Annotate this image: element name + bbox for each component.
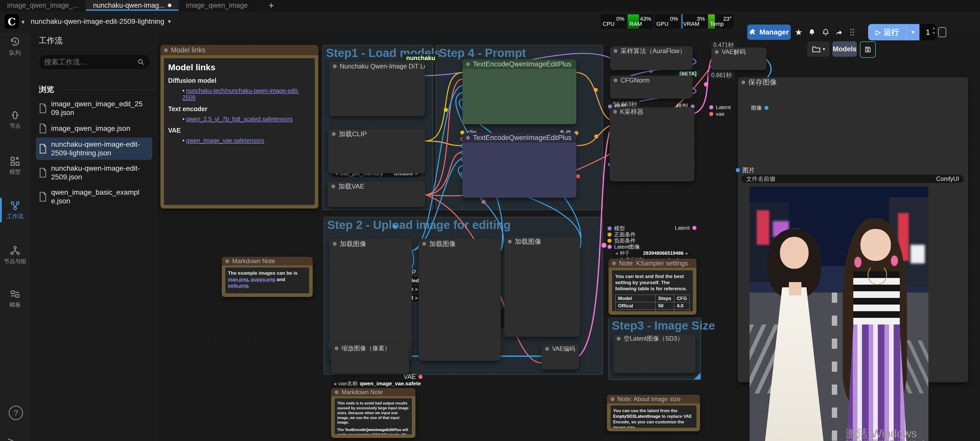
input-image1[interactable]: image1 — [460, 142, 488, 150]
widget-scheduler[interactable]: ◀调度器simple▶ — [612, 283, 691, 289]
node-dit-loader[interactable]: Nunchaku Qwen-Image DiT Loader 模型 ◀svdq-… — [329, 61, 425, 116]
widget-model-name[interactable]: ◀svdq-int4_r128-qwen-image-edit-2509-lig… — [332, 142, 421, 150]
models-button[interactable]: Models — [832, 41, 857, 57]
node-save-image[interactable]: 保存图像 图片 文件名前缀ComfyUI — [738, 77, 968, 382]
input-latent[interactable]: Latent图像 — [608, 243, 640, 250]
widget-steps[interactable]: ◀步数8▶ — [612, 264, 691, 269]
collapse-dot-icon[interactable] — [164, 48, 168, 52]
sidebar-item-workflows[interactable]: 工作流 — [0, 200, 30, 220]
stop-icon[interactable] — [935, 24, 949, 40]
output-model[interactable]: 模型 — [676, 102, 695, 110]
node-vae-loader[interactable]: 加载VAE VAE ◀vae名称qwen_image_vae.safetenso… — [328, 181, 425, 207]
widget-cpu-offload[interactable]: ◀cpu_offloadenable▶ — [332, 151, 421, 159]
sidebar-item-templates[interactable]: 模板 — [0, 289, 30, 309]
input-image3[interactable]: image3 — [460, 155, 488, 163]
queue-count-stepper[interactable]: 1 ▴▾ — [920, 24, 936, 40]
output-conditioning[interactable]: 条件 — [559, 129, 578, 137]
output-model[interactable]: 模型 — [403, 134, 422, 142]
input-image1[interactable]: image1 — [460, 289, 488, 297]
workflow-folder-button[interactable]: ▾ — [807, 41, 830, 57]
node-load-image-3[interactable]: 加载图像 图像 遮罩 ◀图像redux.jpg▶ 选择文件上传 800 × 13… — [504, 237, 580, 337]
widget-pin-memory[interactable]: ◀use_pin_memorydisable▶ — [332, 170, 421, 177]
widget-denoise[interactable]: ◀降噪1.00▶ — [612, 290, 691, 296]
tab-image-qwen-image[interactable]: image_qwen_image — [179, 0, 260, 11]
run-button[interactable]: ▷ 运行 — [868, 24, 907, 40]
node-cfgnorm[interactable]: CFGNorm model patched_model ◀strength1.0… — [610, 76, 693, 99]
group-resize-handle[interactable] — [694, 373, 700, 379]
input-negative[interactable]: 负面条件 — [608, 237, 636, 244]
manager-button[interactable]: Manager — [747, 24, 791, 40]
widget-strength[interactable]: ◀strength1.00▶ — [613, 168, 689, 174]
input-images[interactable]: 图片 — [736, 166, 755, 174]
vae-link[interactable]: qwen_image_vae.safetensors — [186, 137, 264, 144]
widget-clip-device[interactable]: ◀设备default▶ — [331, 294, 421, 302]
run-options-chevron[interactable]: ▾ — [907, 24, 920, 40]
input-model[interactable]: 模型 — [608, 102, 627, 110]
input-vae[interactable]: vae — [709, 111, 724, 117]
node-vae-encode[interactable]: VAE编码 像素 vae Latent — [542, 344, 579, 369]
prompt-textarea[interactable]: Have the girl in the first picture stand… — [466, 162, 573, 181]
node-load-image-1[interactable]: 加载图像 图像 遮罩 ◀8864d5a6gy1hygq1rt6g8j20sg16… — [329, 239, 412, 361]
favorite-star-icon[interactable]: ★ — [792, 24, 805, 40]
node-ksampler[interactable]: K采样器 模型 正面条件 负面条件 Latent图像 Latent ◀种子283… — [609, 107, 694, 181]
terminal-icon[interactable]: >_ — [8, 435, 20, 441]
output-latent[interactable]: Latent — [675, 225, 697, 231]
output-image[interactable]: 图像 — [751, 104, 768, 111]
input-model[interactable]: model — [608, 161, 631, 168]
node-load-image-2[interactable]: 加载图像 图像 遮罩 ◀a0bf2ad70188417cb8ba647c146▶… — [419, 239, 501, 361]
group-step2[interactable]: Step 2 - Upload image for editing — [324, 217, 603, 375]
prompt-textarea-empty[interactable]: prompt — [466, 309, 573, 328]
node-clip-loader[interactable]: 加载CLIP CLIP ◀C ...qwen_2.5_vl_7b_fp8_sca… — [328, 129, 425, 173]
man-png-link[interactable]: man.png — [228, 277, 248, 282]
input-latent[interactable]: Latent — [709, 104, 731, 110]
node-text-encode-positive[interactable]: TextEncodeQwenImageEditPlus clip vae ima… — [462, 59, 576, 124]
input-positive[interactable]: 正面条件 — [608, 231, 636, 238]
workflow-file-item[interactable]: nunchaku-qwen-image-edit-2509.json — [36, 161, 152, 184]
drag-handle-icon[interactable] — [848, 24, 857, 40]
sidebar-item-models[interactable]: 模型 — [0, 156, 30, 176]
widget-control-after-generate[interactable]: ◀生成后控制randomize▶ — [612, 257, 691, 263]
workflow-file-item[interactable]: image_qwen_image_edit_2509.json — [36, 97, 152, 119]
widget-clip-name[interactable]: ◀C ...qwen_2.5_vl_7b_fp8_scaled.safetens… — [331, 277, 421, 284]
input-clip[interactable]: clip — [460, 129, 477, 136]
input-image2[interactable]: image2 — [460, 149, 488, 156]
note-model-links[interactable]: Model links Model links Diffusion model … — [161, 45, 318, 209]
group-step1[interactable]: Step1 - Load models — [322, 45, 433, 210]
widget-num-blocks[interactable]: ◀num_blocks_on_gpu20▶ — [332, 161, 421, 168]
output-conditioning[interactable]: 条件 — [559, 276, 578, 284]
diffusion-model-link[interactable]: nunchaku-tech/nunchaku-qwen-image-edit-2… — [182, 88, 299, 101]
workflow-name[interactable]: nunchaku-qwen-image-edit-2509-lightning … — [31, 18, 171, 25]
workflow-file-item[interactable]: image_qwen_image.json — [36, 121, 152, 136]
save-workflow-button[interactable] — [860, 41, 876, 58]
bell-alt-icon[interactable] — [819, 24, 832, 40]
input-vae[interactable]: vae — [460, 283, 477, 290]
node-empty-latent[interactable]: 空Latent图像（SD3） Latent ◀宽度1024▶ ◀高度1024▶ … — [613, 334, 695, 373]
sofa-png-link[interactable]: sofa.png — [228, 283, 248, 288]
node-vae-decode[interactable]: VAE解码 Latent vae 图像 — [711, 48, 767, 70]
widget-filename-prefix[interactable]: 文件名前缀ComfyUI — [741, 175, 964, 183]
input-model[interactable]: 模型 — [608, 225, 625, 232]
comfyui-logo[interactable]: C — [5, 14, 19, 29]
group-step3[interactable]: Step3 - Image Size — [608, 318, 701, 380]
node-canvas[interactable]: Step1 - Load models Step 4 - Prompt Step… — [156, 11, 980, 441]
workflow-file-item-selected[interactable]: nunchaku-qwen-image-edit-2509-lightning.… — [36, 137, 152, 160]
group-step4[interactable]: Step 4 - Prompt — [436, 45, 603, 210]
widget-cfg[interactable]: ◀cfg1.0▶ — [612, 270, 691, 276]
note-example-images[interactable]: Markdown Note The example images can be … — [222, 257, 313, 297]
node-model-sampling-auraflow[interactable]: 采样算法（AuraFlow） 模型 模型 ◀移位3.00▶ — [610, 46, 693, 70]
workflow-file-item[interactable]: qwen_image_basic_example.json — [36, 186, 152, 208]
input-image3[interactable]: image3 — [460, 302, 488, 310]
sidebar-item-queue[interactable]: 队列 — [0, 37, 30, 57]
text-encoder-link[interactable]: qwen_2.5_vl_7b_fp8_scaled.safetensors — [186, 116, 293, 123]
sidebar-item-nodes[interactable]: 节点 — [0, 110, 30, 130]
tab-image-qwen-image-edit[interactable]: image_qwen_image_... — [0, 0, 86, 11]
help-icon[interactable]: ? — [9, 406, 23, 420]
output-patched-model[interactable]: patched_model — [648, 161, 695, 168]
input-vae[interactable]: vae — [460, 135, 477, 143]
widget-seed[interactable]: ◀种子283948066519486▶ — [612, 250, 691, 256]
input-image2[interactable]: image2 — [460, 296, 488, 303]
sidebar-item-nodes-groups[interactable]: 节点与组 — [0, 245, 30, 265]
logo-chevron-icon[interactable]: ▾ — [21, 18, 24, 25]
search-workflows-input[interactable]: 搜索工作流... — [38, 54, 151, 70]
new-tab-button[interactable]: + — [260, 0, 283, 11]
